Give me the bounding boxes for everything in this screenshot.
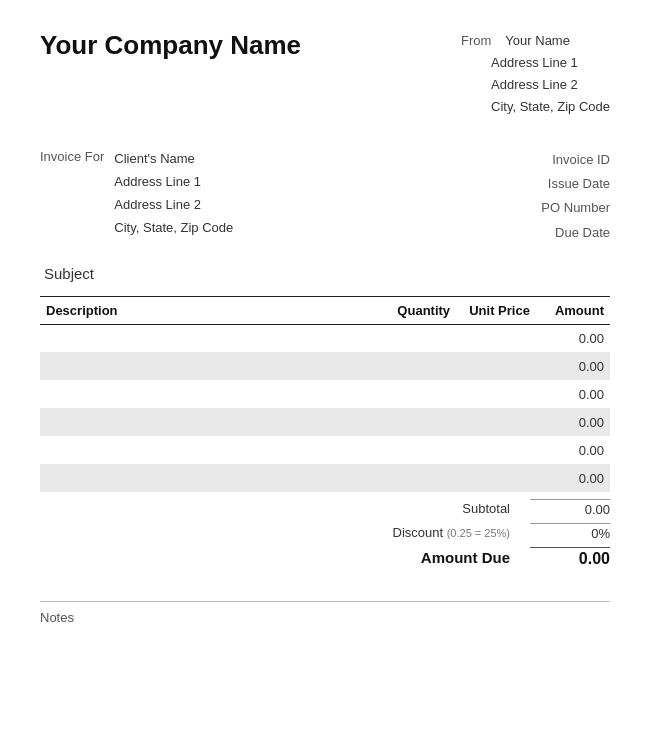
invoice-for-label: Invoice For (40, 148, 104, 244)
totals-section: Subtotal 0.00 Discount (0.25 = 25%) 0% A… (40, 496, 610, 571)
notes-label: Notes (40, 610, 74, 625)
client-name: Client's Name (114, 148, 233, 171)
subject-label: Subject (44, 265, 94, 282)
table-row: 0.00 (40, 436, 610, 464)
table-row: 0.00 (40, 464, 610, 492)
discount-label: Discount (0.25 = 25%) (330, 525, 530, 540)
row-amount: 0.00 (536, 436, 610, 464)
row-amount: 0.00 (536, 352, 610, 380)
row-description (40, 324, 382, 352)
row-quantity (382, 380, 456, 408)
row-quantity (382, 408, 456, 436)
col-header-amount: Amount (536, 296, 610, 324)
from-address1: Address Line 1 (491, 52, 610, 74)
invoice-for-block: Invoice For Client's Name Address Line 1… (40, 148, 233, 244)
row-description (40, 436, 382, 464)
row-amount: 0.00 (536, 380, 610, 408)
row-unit-price (456, 464, 536, 492)
row-description (40, 408, 382, 436)
row-description (40, 352, 382, 380)
invoice-table: Description Quantity Unit Price Amount 0… (40, 296, 610, 493)
amount-due-label: Amount Due (330, 549, 530, 566)
col-header-quantity: Quantity (382, 296, 456, 324)
row-quantity (382, 436, 456, 464)
row-unit-price (456, 324, 536, 352)
from-address2: Address Line 2 (491, 74, 610, 96)
from-city: City, State, Zip Code (491, 96, 610, 118)
from-block: From Your Name Address Line 1 Address Li… (461, 30, 610, 118)
row-quantity (382, 464, 456, 492)
client-info: Client's Name Address Line 1 Address Lin… (114, 148, 233, 244)
subject-section: Subject (40, 265, 610, 282)
subtotal-value: 0.00 (530, 499, 610, 517)
invoice-id-label: Invoice ID (541, 148, 610, 172)
row-description (40, 380, 382, 408)
info-section: Invoice For Client's Name Address Line 1… (40, 148, 610, 244)
row-description (40, 464, 382, 492)
client-address1: Address Line 1 (114, 171, 233, 194)
amount-due-value: 0.00 (530, 547, 610, 568)
table-row: 0.00 (40, 380, 610, 408)
row-amount: 0.00 (536, 408, 610, 436)
client-city: City, State, Zip Code (114, 217, 233, 240)
header-section: Your Company Name From Your Name Address… (40, 30, 610, 118)
invoice-meta: Invoice ID Issue Date PO Number Due Date (541, 148, 610, 244)
row-amount: 0.00 (536, 464, 610, 492)
discount-value: 0% (530, 523, 610, 541)
amount-due-row: Amount Due 0.00 (40, 544, 610, 571)
row-unit-price (456, 352, 536, 380)
table-row: 0.00 (40, 352, 610, 380)
row-unit-price (456, 436, 536, 464)
subtotal-row: Subtotal 0.00 (40, 496, 610, 520)
po-number-label: PO Number (541, 196, 610, 220)
invoice-page: Your Company Name From Your Name Address… (0, 0, 650, 747)
discount-row: Discount (0.25 = 25%) 0% (40, 520, 610, 544)
table-row: 0.00 (40, 408, 610, 436)
row-quantity (382, 352, 456, 380)
subtotal-label: Subtotal (330, 501, 530, 516)
row-unit-price (456, 380, 536, 408)
row-amount: 0.00 (536, 324, 610, 352)
discount-note: (0.25 = 25%) (447, 527, 510, 539)
client-address2: Address Line 2 (114, 194, 233, 217)
col-header-description: Description (40, 296, 382, 324)
issue-date-label: Issue Date (541, 172, 610, 196)
table-row: 0.00 (40, 324, 610, 352)
from-label: From (461, 30, 491, 52)
col-header-unit-price: Unit Price (456, 296, 536, 324)
row-quantity (382, 324, 456, 352)
row-unit-price (456, 408, 536, 436)
from-name: Your Name (505, 30, 570, 52)
due-date-label: Due Date (541, 221, 610, 245)
company-name: Your Company Name (40, 30, 301, 61)
notes-section: Notes (40, 601, 610, 625)
